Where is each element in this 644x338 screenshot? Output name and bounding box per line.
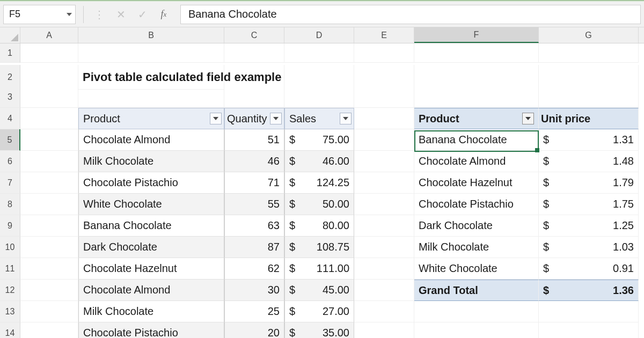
cell[interactable] — [414, 301, 539, 322]
cell[interactable] — [20, 129, 78, 151]
pivot-cell-product[interactable]: Dark Chocolate — [414, 215, 539, 237]
cell[interactable] — [20, 301, 78, 322]
cell[interactable] — [20, 151, 78, 172]
enter-icon[interactable]: ✓ — [134, 6, 150, 23]
pivot-cell-price[interactable]: $1.31 — [539, 129, 639, 151]
cell[interactable] — [20, 194, 78, 215]
table-cell-quantity[interactable]: 63 — [224, 215, 284, 237]
fx-icon[interactable]: fx — [156, 6, 172, 23]
pivot-cell-price[interactable]: $1.25 — [539, 215, 639, 237]
filter-icon[interactable] — [340, 113, 352, 124]
table-header-product[interactable]: Product — [78, 108, 224, 129]
filter-icon[interactable] — [522, 113, 534, 124]
cell[interactable] — [224, 86, 284, 108]
name-box[interactable]: F5 — [3, 5, 76, 24]
col-header[interactable]: C — [224, 27, 284, 43]
table-cell-product[interactable]: Chocolate Almond — [78, 129, 224, 151]
cell[interactable] — [20, 215, 78, 237]
pivot-header-product[interactable]: Product — [414, 108, 539, 129]
cell[interactable] — [20, 322, 78, 338]
cell[interactable] — [20, 172, 78, 194]
cell[interactable] — [284, 86, 354, 108]
pivot-cell-product[interactable]: Milk Chocolate — [414, 237, 539, 258]
pivot-cell-product[interactable]: Chocolate Hazelnut — [414, 172, 539, 194]
cell[interactable] — [354, 172, 414, 194]
table-cell-product[interactable]: Dark Chocolate — [78, 237, 224, 258]
row-header[interactable]: 9 — [0, 215, 20, 237]
table-cell-sales[interactable]: $27.00 — [284, 301, 354, 322]
table-cell-product[interactable]: Milk Chocolate — [78, 151, 224, 172]
pivot-grand-total-label[interactable]: Grand Total — [414, 280, 539, 301]
grid[interactable]: 1 2 Pivot table calculated field example… — [0, 43, 644, 338]
pivot-cell-product[interactable]: White Chocolate — [414, 258, 539, 280]
table-cell-product[interactable]: Chocolate Hazelnut — [78, 258, 224, 280]
row-header[interactable]: 4 — [0, 108, 20, 129]
col-header[interactable]: F — [414, 27, 539, 43]
pivot-cell-price[interactable]: $1.79 — [539, 172, 639, 194]
row-header[interactable]: 14 — [0, 322, 20, 338]
table-cell-sales[interactable]: $35.00 — [284, 322, 354, 338]
col-header[interactable]: G — [539, 27, 639, 43]
cell[interactable] — [284, 43, 354, 63]
row-header[interactable]: 6 — [0, 151, 20, 172]
pivot-cell-product[interactable]: Banana Chocolate — [414, 129, 539, 151]
table-cell-product[interactable]: Chocolate Pistachio — [78, 322, 224, 338]
cell[interactable] — [354, 322, 414, 338]
pivot-cell-price[interactable]: $0.91 — [539, 258, 639, 280]
cell[interactable] — [20, 280, 78, 301]
table-cell-product[interactable]: Banana Chocolate — [78, 215, 224, 237]
filter-icon[interactable] — [270, 113, 282, 124]
row-header[interactable]: 1 — [0, 43, 20, 63]
cancel-icon[interactable]: ✕ — [113, 6, 129, 23]
table-cell-sales[interactable]: $124.25 — [284, 172, 354, 194]
filter-icon[interactable] — [210, 113, 222, 124]
cell[interactable] — [354, 194, 414, 215]
cell[interactable] — [354, 258, 414, 280]
table-cell-sales[interactable]: $46.00 — [284, 151, 354, 172]
pivot-grand-total-value[interactable]: $1.36 — [539, 280, 639, 301]
table-header-quantity[interactable]: Quantity — [224, 108, 284, 129]
cell[interactable] — [78, 86, 224, 108]
table-cell-sales[interactable]: $45.00 — [284, 280, 354, 301]
cell[interactable] — [20, 86, 78, 108]
pivot-cell-price[interactable]: $1.03 — [539, 237, 639, 258]
table-cell-quantity[interactable]: 46 — [224, 151, 284, 172]
table-cell-product[interactable]: Chocolate Pistachio — [78, 172, 224, 194]
cell[interactable] — [354, 108, 414, 129]
table-cell-quantity[interactable]: 62 — [224, 258, 284, 280]
row-header[interactable]: 13 — [0, 301, 20, 322]
cell[interactable] — [354, 301, 414, 322]
col-header[interactable]: A — [20, 27, 78, 43]
row-header[interactable]: 10 — [0, 237, 20, 258]
col-header[interactable]: E — [354, 27, 414, 43]
row-header[interactable]: 5 — [0, 129, 20, 151]
formula-input[interactable]: Banana Chocolate — [180, 5, 641, 24]
table-cell-sales[interactable]: $75.00 — [284, 129, 354, 151]
pivot-cell-product[interactable]: Chocolate Almond — [414, 151, 539, 172]
cell[interactable] — [354, 151, 414, 172]
cell[interactable] — [539, 301, 639, 322]
table-cell-quantity[interactable]: 71 — [224, 172, 284, 194]
table-cell-sales[interactable]: $50.00 — [284, 194, 354, 215]
table-cell-quantity[interactable]: 51 — [224, 129, 284, 151]
table-cell-quantity[interactable]: 20 — [224, 322, 284, 338]
select-all-corner[interactable] — [0, 27, 20, 43]
cell[interactable] — [414, 322, 539, 338]
cell[interactable] — [354, 43, 414, 63]
row-header[interactable]: 7 — [0, 172, 20, 194]
row-header[interactable]: 12 — [0, 280, 20, 301]
table-cell-sales[interactable]: $108.75 — [284, 237, 354, 258]
cell[interactable] — [78, 43, 224, 63]
table-cell-sales[interactable]: $80.00 — [284, 215, 354, 237]
table-cell-product[interactable]: White Chocolate — [78, 194, 224, 215]
cell[interactable] — [354, 215, 414, 237]
table-cell-quantity[interactable]: 30 — [224, 280, 284, 301]
col-header[interactable]: D — [284, 27, 354, 43]
cell[interactable] — [20, 237, 78, 258]
pivot-header-unitprice[interactable]: Unit price — [539, 108, 639, 129]
cell[interactable] — [224, 43, 284, 63]
cell[interactable] — [20, 258, 78, 280]
cell[interactable] — [354, 129, 414, 151]
table-cell-quantity[interactable]: 87 — [224, 237, 284, 258]
cell[interactable] — [539, 322, 639, 338]
